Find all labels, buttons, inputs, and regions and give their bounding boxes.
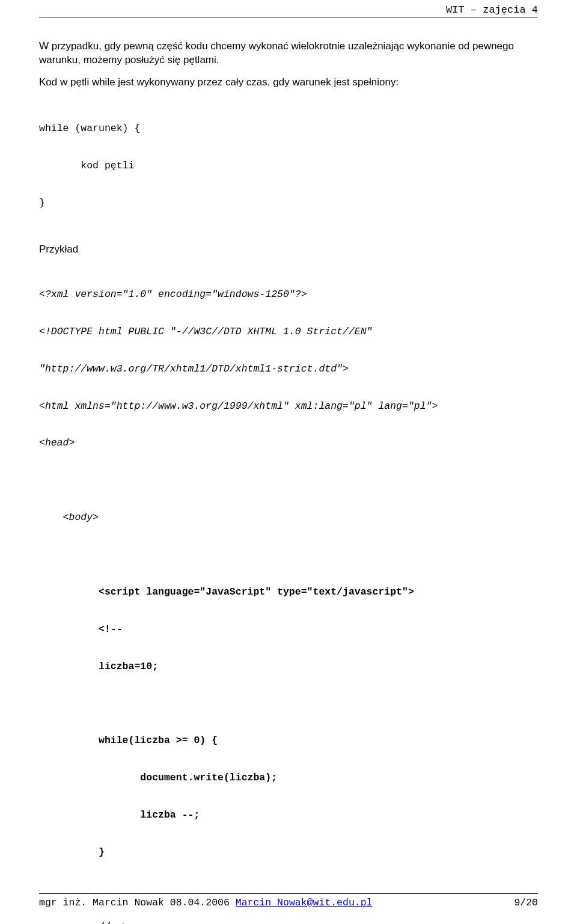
code-line: "http://www.w3.org/TR/xhtml1/DTD/xhtml1-… (39, 363, 538, 376)
page-content: W przypadku, gdy pewną część kodu chcemy… (39, 18, 538, 924)
footer-left: mgr inż. Marcin Nowak 08.04.2006 Marcin_… (39, 896, 373, 910)
footer-email-link[interactable]: Marcin_Nowak@wit.edu.pl (236, 897, 373, 908)
paragraph-intro-2: Kod w pętli while jest wykonywany przez … (39, 76, 538, 90)
code-blank (39, 474, 538, 487)
code-line: <?xml version="1.0" encoding="windows-12… (39, 289, 538, 301)
page-footer: mgr inż. Marcin Nowak 08.04.2006 Marcin_… (39, 893, 538, 910)
code-blank (39, 698, 538, 711)
code-line: while(liczba >= 0) { (39, 735, 538, 747)
code-line: //--> (39, 921, 538, 924)
code-line: while (warunek) { (39, 123, 538, 135)
code-line: } (39, 846, 538, 859)
code-example: <?xml version="1.0" encoding="windows-12… (39, 264, 538, 924)
code-line: <!-- (39, 623, 538, 636)
example-label: Przykład (39, 243, 538, 257)
code-line: <head> (39, 437, 538, 450)
code-line: <body> (39, 512, 538, 524)
code-line: } (39, 197, 538, 210)
code-line: kod pętli (39, 160, 538, 173)
code-line: document.write(liczba); (39, 772, 538, 785)
code-while-syntax: while (warunek) { kod pętli } (39, 98, 538, 234)
code-line: liczba --; (39, 809, 538, 822)
code-line: liczba=10; (39, 661, 538, 673)
paragraph-intro-1: W przypadku, gdy pewną część kodu chcemy… (39, 40, 538, 67)
code-blank (39, 549, 538, 561)
page-header-title: WIT – zajęcia 4 (446, 4, 538, 17)
code-line: <script language="JavaScript" type="text… (39, 586, 538, 599)
footer-page-number: 9/20 (514, 896, 538, 910)
code-line: <!DOCTYPE html PUBLIC "-//W3C//DTD XHTML… (39, 326, 538, 338)
footer-rule (39, 893, 538, 894)
code-line: <html xmlns="http://www.w3.org/1999/xhtm… (39, 400, 538, 413)
footer-author: mgr inż. Marcin Nowak 08.04.2006 (39, 897, 236, 908)
header-rule (39, 17, 538, 17)
